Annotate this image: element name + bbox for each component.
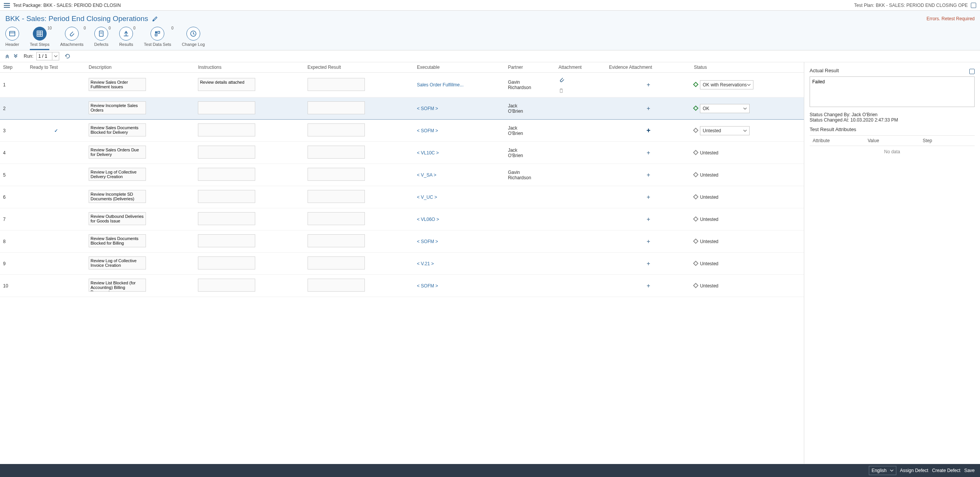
col-desc[interactable]: Description — [86, 62, 195, 73]
executable-link[interactable]: < V.21 > — [417, 261, 434, 266]
tab-changelog[interactable]: Change Log — [182, 27, 205, 50]
step-number: 2 — [0, 97, 27, 120]
add-evidence-icon[interactable]: + — [646, 127, 651, 134]
executable-link[interactable]: < VL10C > — [417, 150, 439, 156]
desc-input[interactable]: Review Sales Order Fulfillment Issues — [89, 78, 146, 91]
run-input[interactable] — [37, 52, 52, 60]
exp-input[interactable] — [308, 256, 365, 269]
col-partner[interactable]: Partner — [505, 62, 555, 73]
exp-input[interactable] — [308, 101, 365, 114]
refresh-icon[interactable] — [65, 53, 71, 59]
attachment-icon[interactable] — [559, 76, 603, 83]
run-selector[interactable] — [36, 52, 59, 60]
desc-input[interactable]: Review Log of Collective Delivery Creati… — [89, 168, 146, 181]
exp-input[interactable] — [308, 234, 365, 247]
executable-link[interactable]: < SOFM > — [417, 128, 438, 133]
menu-icon[interactable] — [4, 3, 10, 8]
desc-input[interactable]: Review Sales Documents Blocked for Deliv… — [89, 123, 146, 136]
instr-input[interactable] — [198, 212, 255, 225]
table-row[interactable]: 3✓Review Sales Documents Blocked for Del… — [0, 120, 804, 142]
svg-rect-11 — [155, 31, 157, 33]
table-row[interactable]: 1Review Sales Order Fulfillment IssuesRe… — [0, 73, 804, 97]
executable-link[interactable]: < SOFM > — [417, 106, 438, 111]
instr-input[interactable]: Review details attached — [198, 78, 255, 91]
expand-all-icon[interactable] — [13, 54, 18, 59]
desc-input[interactable]: Review List Blocked (for Accounting) Bil… — [89, 279, 146, 292]
panel-toggle-icon[interactable] — [971, 3, 976, 8]
table-row[interactable]: 5Review Log of Collective Delivery Creat… — [0, 164, 804, 186]
col-exec[interactable]: Executable — [414, 62, 505, 73]
status-select[interactable]: Untested — [700, 126, 750, 135]
executable-link[interactable]: Sales Order Fulfillme... — [417, 82, 463, 88]
delete-icon[interactable] — [559, 88, 603, 93]
partner-cell: GavinRichardson — [505, 73, 555, 97]
exp-input[interactable] — [308, 168, 365, 181]
side-panel-toggle-icon[interactable] — [969, 69, 975, 74]
add-evidence-icon[interactable]: + — [646, 238, 650, 245]
table-row[interactable]: 8Review Sales Documents Blocked for Bill… — [0, 230, 804, 253]
executable-link[interactable]: < V_SA > — [417, 172, 436, 178]
desc-input[interactable]: Review Incomplete SD Documents (Deliveri… — [89, 190, 146, 203]
add-evidence-icon[interactable]: + — [646, 194, 650, 200]
col-step[interactable]: Step — [0, 62, 27, 73]
instr-input[interactable] — [198, 123, 255, 136]
tab-teststeps[interactable]: 10Test Steps — [30, 27, 49, 50]
add-evidence-icon[interactable]: + — [646, 260, 650, 267]
col-att[interactable]: Attachment — [556, 62, 606, 73]
desc-input[interactable]: Review Incomplete Sales Orders — [89, 101, 146, 114]
executable-link[interactable]: < SOFM > — [417, 239, 438, 244]
status-select[interactable]: OK with Reservations — [700, 80, 753, 89]
instr-input[interactable] — [198, 190, 255, 203]
add-evidence-icon[interactable]: + — [646, 81, 650, 88]
add-evidence-icon[interactable]: + — [646, 282, 650, 289]
desc-input[interactable]: Review Log of Collective Invoice Creatio… — [89, 256, 146, 269]
desc-input[interactable]: Review Sales Documents Blocked for Billi… — [89, 234, 146, 247]
instr-input[interactable] — [198, 234, 255, 247]
tab-testdata[interactable]: 0Test Data Sets — [144, 27, 172, 50]
ready-cell — [27, 253, 86, 275]
instr-input[interactable] — [198, 256, 255, 269]
edit-icon[interactable] — [152, 16, 158, 22]
col-instr[interactable]: Instructions — [195, 62, 304, 73]
attributes-title: Test Result Attributes — [810, 127, 975, 132]
executable-link[interactable]: < SOFM > — [417, 283, 438, 289]
add-evidence-icon[interactable]: + — [646, 172, 650, 178]
run-dropdown-icon[interactable] — [52, 52, 59, 60]
executable-link[interactable]: < VL06O > — [417, 217, 439, 222]
table-row[interactable]: 6Review Incomplete SD Documents (Deliver… — [0, 186, 804, 208]
add-evidence-icon[interactable]: + — [646, 105, 650, 112]
instr-input[interactable] — [198, 101, 255, 114]
col-evatt[interactable]: Evidence Attachment — [606, 62, 691, 73]
executable-link[interactable]: < V_UC > — [417, 195, 437, 200]
status-select[interactable]: OK — [700, 104, 750, 113]
tab-header[interactable]: Header — [5, 27, 19, 50]
add-evidence-icon[interactable]: + — [646, 216, 650, 222]
instr-input[interactable] — [198, 146, 255, 159]
exp-input[interactable] — [308, 279, 365, 292]
exp-input[interactable] — [308, 78, 365, 91]
exp-input[interactable] — [308, 212, 365, 225]
attributes-nodata: No data — [810, 146, 975, 157]
instr-input[interactable] — [198, 279, 255, 292]
col-status[interactable]: Status — [691, 62, 804, 73]
add-evidence-icon[interactable]: + — [646, 149, 650, 156]
desc-input[interactable]: Review Outbound Deliveries for Goods Iss… — [89, 212, 146, 225]
exp-input[interactable] — [308, 123, 365, 136]
tab-results[interactable]: 0Results — [119, 27, 133, 50]
table-row[interactable]: 4Review Sales Orders Due for Delivery< V… — [0, 142, 804, 164]
actual-result-input[interactable]: Failed — [810, 76, 975, 107]
exp-input[interactable] — [308, 146, 365, 159]
tab-attachments[interactable]: 0Attachments — [60, 27, 83, 50]
collapse-all-icon[interactable] — [5, 54, 10, 59]
exp-input[interactable] — [308, 190, 365, 203]
table-row[interactable]: 10Review List Blocked (for Accounting) B… — [0, 275, 804, 297]
table-row[interactable]: 2Review Incomplete Sales Orders< SOFM >J… — [0, 97, 804, 120]
desc-input[interactable]: Review Sales Orders Due for Delivery — [89, 146, 146, 159]
instr-input[interactable] — [198, 168, 255, 181]
tab-defects[interactable]: 0Defects — [94, 27, 109, 50]
col-exp[interactable]: Expected Result — [305, 62, 414, 73]
table-row[interactable]: 7Review Outbound Deliveries for Goods Is… — [0, 208, 804, 230]
col-ready[interactable]: Ready to Test — [27, 62, 86, 73]
table-row[interactable]: 9Review Log of Collective Invoice Creati… — [0, 253, 804, 275]
status-text: Untested — [700, 261, 718, 266]
